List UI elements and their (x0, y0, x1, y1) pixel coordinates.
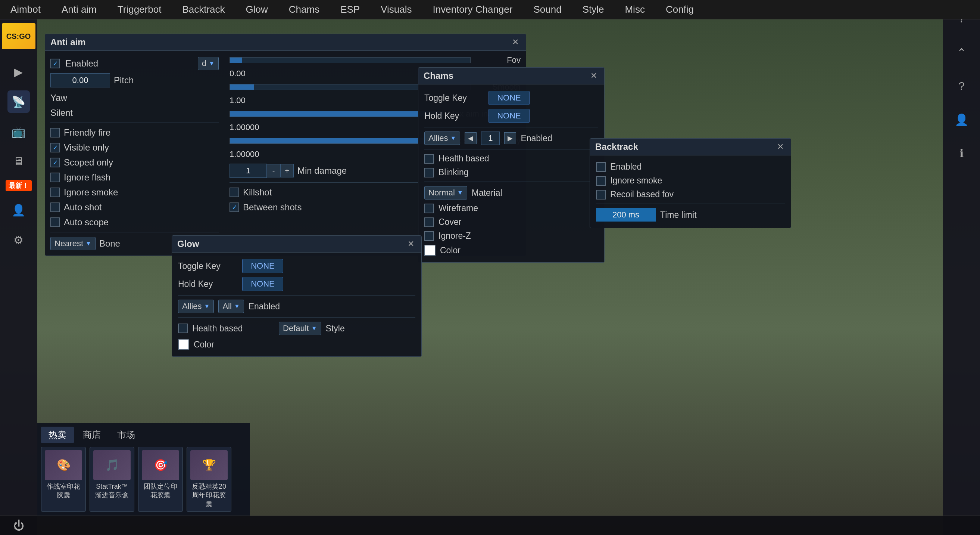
menu-inventory-changer[interactable]: Inventory Changer (430, 2, 516, 17)
backtrack-recoilfov-label: Recoil based fov (610, 189, 674, 200)
chams-cover-checkbox[interactable] (424, 217, 434, 227)
menu-triggerbot[interactable]: Triggerbot (115, 2, 165, 17)
antiaim-scopedonly-checkbox[interactable] (50, 158, 60, 168)
backtrack-recoilfov-checkbox[interactable] (596, 190, 606, 200)
glow-all-arrow: ▼ (234, 303, 240, 310)
store-item-3[interactable]: 🏆 反恐精英20周年印花胶囊 (186, 447, 231, 512)
sidebar-settings-icon[interactable]: ⚙ (8, 228, 30, 251)
menu-glow[interactable]: Glow (243, 2, 271, 17)
chams-wireframe-row: Wireframe (424, 201, 598, 215)
store-item-1[interactable]: 🎵 StatTrak™ 渐进音乐盒 (89, 447, 134, 512)
fov-value: 0.00 (229, 69, 245, 78)
antiaim-friendlyfire-checkbox[interactable] (50, 128, 60, 137)
antiaim-ignoreflash-checkbox[interactable] (50, 172, 60, 182)
menu-sound[interactable]: Sound (530, 2, 564, 17)
antiaim-close-button[interactable]: ✕ (510, 37, 520, 48)
chams-blinking-checkbox[interactable] (424, 168, 434, 177)
store-item-2[interactable]: 🎯 团队定位印花胶囊 (138, 447, 183, 512)
chams-allies-label: Allies (428, 133, 448, 143)
backtrack-close-button[interactable]: ✕ (775, 142, 786, 152)
mindamage-plus-button[interactable]: + (280, 164, 294, 177)
backtrack-enabled-checkbox[interactable] (596, 162, 606, 172)
chams-panel: Chams ✕ Toggle Key NONE Hold Key NONE Al… (418, 67, 605, 263)
power-button[interactable]: ⏻ (8, 514, 30, 535)
chams-holdkey-button[interactable]: NONE (488, 109, 530, 123)
sidebar-tv-icon[interactable]: 📺 (8, 120, 30, 143)
backtrack-ignoresmoke-checkbox[interactable] (596, 176, 606, 186)
chams-allies-dropdown[interactable]: Allies ▼ (424, 131, 460, 145)
antiaim-title: Anti aim (50, 37, 86, 48)
sidebar-monitor-icon[interactable]: 🖥 (8, 150, 30, 172)
glow-close-button[interactable]: ✕ (406, 239, 416, 249)
antiaim-silent-row: Silent (50, 105, 219, 120)
maxshot-slider[interactable] (229, 138, 441, 144)
store-tabs: 热卖 商店 市场 (41, 426, 246, 443)
antiaim-ignoresmoke-checkbox[interactable] (50, 188, 60, 197)
glow-default-dropdown[interactable]: Default ▼ (279, 322, 321, 335)
chams-cover-row: Cover (424, 215, 598, 229)
antiaim-nearest-dropdown[interactable]: Nearest ▼ (50, 237, 95, 250)
glow-togglekey-button[interactable]: NONE (242, 259, 283, 273)
antiaim-yaw-row: Yaw (50, 90, 219, 105)
glow-holdkey-button[interactable]: NONE (242, 277, 283, 291)
chams-prev-button[interactable]: ◀ (465, 132, 477, 144)
chams-healthbased-checkbox[interactable] (424, 154, 434, 164)
maxaim-slider[interactable] (229, 111, 443, 117)
chams-togglekey-button[interactable]: NONE (488, 91, 530, 105)
divider-1 (50, 123, 219, 123)
sidebar-user-icon[interactable]: 👤 (8, 199, 30, 221)
fov-slider[interactable] (229, 57, 471, 63)
chams-next-button[interactable]: ▶ (504, 132, 516, 144)
chams-ignorez-checkbox[interactable] (424, 231, 434, 241)
betweenshots-checkbox[interactable] (229, 203, 239, 212)
glow-color-swatch[interactable] (178, 339, 189, 350)
chams-divider-1 (424, 127, 598, 128)
mindamage-input[interactable] (229, 164, 267, 178)
antiaim-mode-dropdown[interactable]: d ▼ (198, 57, 219, 70)
menu-aimbot[interactable]: Aimbot (8, 2, 44, 17)
store-tab-hot[interactable]: 热卖 (41, 426, 74, 443)
menu-misc[interactable]: Misc (622, 2, 648, 17)
chams-normal-dropdown[interactable]: Normal ▼ (424, 186, 467, 200)
mindamage-minus-button[interactable]: - (267, 164, 280, 177)
backtrack-time-slider[interactable]: 200 ms (596, 208, 656, 222)
glow-allies-dropdown[interactable]: Allies ▼ (178, 300, 214, 313)
glow-allies-label: Allies (182, 302, 202, 311)
glow-all-dropdown[interactable]: All ▼ (218, 300, 244, 313)
backtrack-ignoresmoke-row: Ignore smoke (596, 174, 785, 188)
menu-backtrack[interactable]: Backtrack (179, 2, 228, 17)
right-chevron-icon[interactable]: ⌃ (951, 41, 973, 64)
right-info-icon[interactable]: ℹ (951, 142, 973, 164)
chams-wireframe-checkbox[interactable] (424, 204, 434, 213)
sidebar-play-icon[interactable]: ▶ (8, 61, 30, 83)
menu-antiaim[interactable]: Anti aim (59, 2, 100, 17)
antiaim-autoshot-checkbox[interactable] (50, 203, 60, 212)
mindamage-spinbox: - + (229, 164, 294, 178)
glow-color-row: Color (178, 337, 415, 352)
antiaim-autoscope-checkbox[interactable] (50, 217, 60, 227)
menu-config[interactable]: Config (663, 2, 697, 17)
chams-blinking-row: Blinking (424, 166, 598, 179)
menu-style[interactable]: Style (579, 2, 607, 17)
backtrack-panel: Backtrack ✕ Enabled Ignore smoke Recoil … (590, 138, 791, 228)
store-tab-shop[interactable]: 商店 (75, 426, 108, 443)
store-tab-market[interactable]: 市场 (110, 426, 143, 443)
killshot-checkbox[interactable] (229, 188, 239, 197)
chams-allies-arrow: ▼ (450, 135, 457, 142)
antiaim-pitch-input[interactable] (50, 73, 110, 88)
store-item-0[interactable]: 🎨 作战室印花胶囊 (41, 447, 86, 512)
backtrack-recoilfov-row: Recoil based fov (596, 188, 785, 201)
glow-healthbased-checkbox[interactable] (178, 324, 188, 333)
antiaim-enabled-checkbox[interactable] (50, 59, 60, 69)
menu-esp[interactable]: ESP (337, 2, 363, 17)
chams-color-swatch[interactable] (424, 245, 436, 256)
fov-label: Fov (476, 55, 520, 65)
chams-close-button[interactable]: ✕ (589, 70, 599, 81)
antiaim-visibleonly-checkbox[interactable] (50, 143, 60, 152)
right-question2-icon[interactable]: ? (951, 75, 973, 97)
menu-visuals[interactable]: Visuals (378, 2, 415, 17)
sidebar-radio-icon[interactable]: 📡 (8, 90, 30, 113)
store-item-img-3: 🏆 (190, 450, 228, 480)
right-user-icon[interactable]: 👤 (951, 109, 973, 131)
menu-chams[interactable]: Chams (286, 2, 323, 17)
